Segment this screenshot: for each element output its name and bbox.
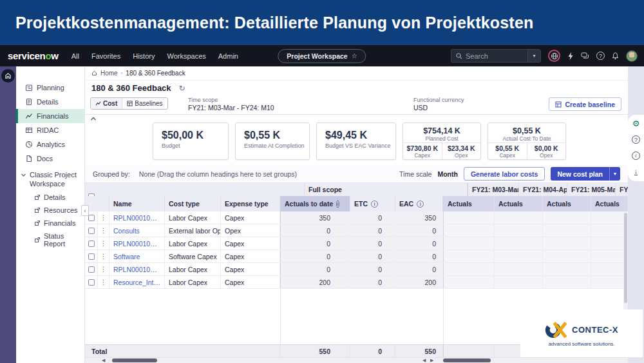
cell-fy-actuals xyxy=(591,263,628,275)
row-name-link[interactable]: RPLN0001017 - Ja... xyxy=(113,266,160,273)
new-cost-plan-button[interactable]: New cost plan xyxy=(551,167,609,181)
chat-icon[interactable] xyxy=(581,52,589,60)
avatar[interactable] xyxy=(626,50,638,62)
sidebar-item-ridac[interactable]: RIDAC xyxy=(16,123,84,137)
cell-fy-actuals xyxy=(495,276,543,288)
financials-icon xyxy=(25,112,33,120)
nav-item-admin[interactable]: Admin xyxy=(218,52,238,60)
breadcrumb-home[interactable]: Home xyxy=(100,70,118,77)
kebab-menu-icon[interactable]: ⋮ xyxy=(100,214,107,221)
kebab-menu-icon[interactable]: ⋮ xyxy=(100,279,107,286)
group-header-fy[interactable]: FY21: M0 xyxy=(616,183,628,196)
refresh-icon[interactable]: ↻ xyxy=(179,84,185,93)
info-icon[interactable]: i xyxy=(417,201,424,208)
scroll-left-arrow[interactable]: ◀ xyxy=(102,358,105,363)
row-checkbox[interactable] xyxy=(88,279,95,286)
search-scope-caret[interactable]: ▼ xyxy=(527,49,540,63)
download-icon[interactable]: ↓ xyxy=(634,168,638,175)
column-header-actuals[interactable]: Actuals xyxy=(543,196,591,211)
row-checkbox[interactable] xyxy=(88,228,95,234)
kebab-menu-icon[interactable]: ⋮ xyxy=(100,253,107,260)
new-cost-plan-caret[interactable]: ▼ xyxy=(609,167,620,181)
row-checkbox[interactable] xyxy=(88,253,95,260)
tab-cost[interactable]: Cost xyxy=(91,98,122,109)
column-header-name[interactable]: Name xyxy=(109,196,165,211)
global-search[interactable]: ▼ xyxy=(451,49,541,63)
column-header-actuals-to-date[interactable]: Actuals to date i xyxy=(280,196,350,211)
row-name-link[interactable]: RPLN0001015 - An... xyxy=(113,214,160,222)
row-checkbox[interactable] xyxy=(88,215,95,221)
sidebar-item-classic-details[interactable]: Details xyxy=(16,191,84,204)
column-header-actuals[interactable]: Actuals xyxy=(443,196,495,211)
horizontal-scrollbar[interactable]: ◀ ◀ ▶ xyxy=(85,357,628,363)
sidebar-item-planning[interactable]: Planning xyxy=(16,81,84,95)
kebab-menu-icon[interactable]: ⋮ xyxy=(100,240,107,247)
sidebar-item-details[interactable]: Details xyxy=(16,95,84,109)
cell-eac: 0 xyxy=(395,237,443,250)
nav-item-workspaces[interactable]: Workspaces xyxy=(167,52,205,60)
row-name-link[interactable]: Software xyxy=(113,253,140,260)
notifications-bell-icon[interactable] xyxy=(612,52,619,60)
settings-gear-icon[interactable]: ⚙ xyxy=(632,119,640,128)
collapse-kpi-chevron-icon[interactable] xyxy=(90,117,97,121)
update-set-globe-icon[interactable] xyxy=(548,50,560,62)
workspace-pill[interactable]: Project Workspace ☆ xyxy=(278,49,366,63)
grouped-by-value[interactable]: None (Drag the column headings here to s… xyxy=(139,170,297,178)
help-icon[interactable]: ? xyxy=(596,52,605,60)
cell-fy-actuals xyxy=(495,250,543,262)
group-header-full-scope: Full scope xyxy=(305,183,468,196)
sidebar-collapse-handle[interactable]: ‹ xyxy=(81,205,89,216)
tab-baselines[interactable]: Baselines xyxy=(122,98,167,109)
help-icon[interactable]: ? xyxy=(632,135,640,144)
sidebar-item-analytics[interactable]: Analytics xyxy=(16,137,84,152)
cell-etc: 0 xyxy=(350,211,395,224)
breadcrumb-current[interactable]: 180 & 360 Feedback xyxy=(126,70,185,77)
scroll-left-arrow[interactable]: ◀ xyxy=(422,358,426,363)
column-header-actuals[interactable]: Actuals xyxy=(591,196,628,211)
kebab-menu-icon[interactable]: ⋮ xyxy=(100,266,107,273)
scrollbar-thumb[interactable] xyxy=(624,213,627,303)
home-button[interactable] xyxy=(1,69,15,83)
scrollbar-thumb[interactable] xyxy=(112,358,157,362)
column-header-expense-type[interactable]: Expense type xyxy=(221,196,280,211)
search-input[interactable] xyxy=(466,52,527,60)
info-icon[interactable]: i xyxy=(336,201,339,208)
cell-actuals-to-date: 0 xyxy=(280,250,350,262)
group-header-fy[interactable]: FY21: M03-Mar xyxy=(468,183,519,196)
sidebar-group-classic-workspace[interactable]: Classic Project Workspace xyxy=(16,166,84,191)
column-header-cost-type[interactable]: Cost type xyxy=(165,196,221,211)
row-checkbox[interactable] xyxy=(88,240,95,247)
row-name-link[interactable]: RPLN0001019 - Pr... xyxy=(113,240,160,248)
screen: Projektkostenmanagement: Detaillierte Pl… xyxy=(0,0,644,363)
generate-labor-costs-button[interactable]: Generate labor costs xyxy=(464,167,545,181)
column-header-actuals[interactable]: Actuals xyxy=(495,196,543,211)
sidebar-item-classic-financials[interactable]: Financials xyxy=(16,217,84,230)
nav-item-favorites[interactable]: Favorites xyxy=(91,52,120,60)
favorite-star-icon[interactable]: ☆ xyxy=(352,52,357,59)
row-name-link[interactable]: Consults xyxy=(113,227,140,235)
time-scale-value[interactable]: Month xyxy=(437,170,458,178)
servicenow-logo[interactable]: servicenow xyxy=(8,50,59,61)
group-header-fy[interactable]: FY21: M04-Apr xyxy=(519,183,567,196)
row-checkbox[interactable] xyxy=(88,266,95,273)
row-name-link[interactable]: Resource_Internal_... xyxy=(113,279,160,286)
sidebar-item-classic-resources[interactable]: Resources xyxy=(16,204,84,217)
info-icon[interactable]: i xyxy=(371,201,378,208)
scrollbar-thumb[interactable] xyxy=(443,358,491,362)
scroll-right-arrow[interactable]: ▶ xyxy=(430,358,433,363)
column-header-eac[interactable]: EAC i xyxy=(395,196,443,211)
sidebar-item-classic-status-report[interactable]: Status Report xyxy=(16,230,84,250)
sidebar-item-docs[interactable]: Docs xyxy=(16,152,84,166)
column-header-etc[interactable]: ETC i xyxy=(350,196,395,211)
sidebar-item-financials[interactable]: Financials xyxy=(16,109,84,123)
table-row: ⋮ RPLN0001019 - Pr... Labor Capex Capex … xyxy=(85,237,628,250)
nav-item-history[interactable]: History xyxy=(133,52,155,60)
create-baseline-button[interactable]: Create baseline xyxy=(549,97,621,111)
nav-item-all[interactable]: All xyxy=(71,52,79,60)
group-header-fy[interactable]: FY21: M05-May xyxy=(567,183,616,196)
kebab-menu-icon[interactable]: ⋮ xyxy=(100,227,107,234)
info-icon[interactable]: i xyxy=(632,152,640,160)
automation-bolt-icon[interactable] xyxy=(567,52,574,60)
cell-fy-actuals xyxy=(543,263,591,275)
group-header-lead xyxy=(85,183,305,196)
